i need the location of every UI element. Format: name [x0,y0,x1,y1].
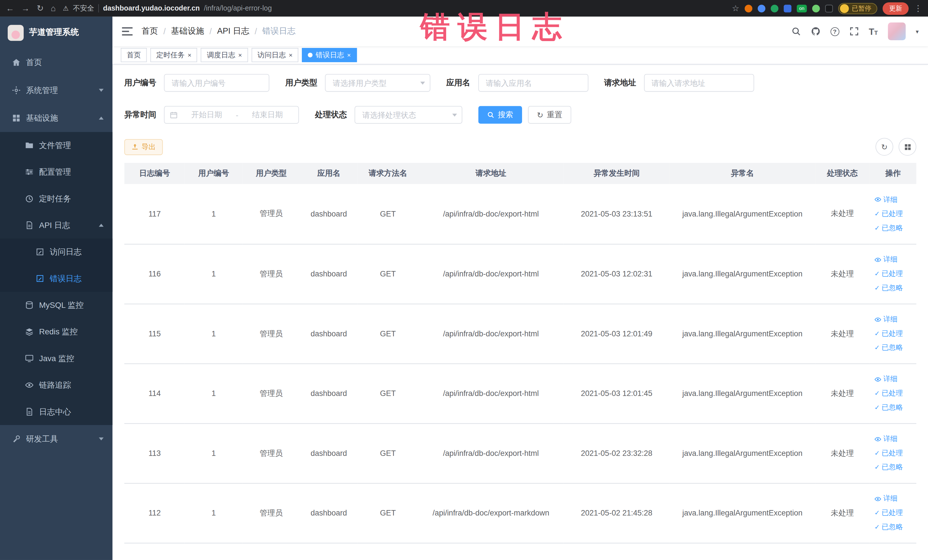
extension-icon-1[interactable] [745,5,752,12]
tab-scheduled-jobs[interactable]: 定时任务 × [150,48,197,62]
sidebar-item-redis-monitor[interactable]: Redis 监控 [0,318,112,345]
url-host[interactable]: dashboard.yudao.iocoder.cn [103,4,200,12]
forward-icon[interactable]: → [21,4,30,12]
github-icon[interactable] [811,26,820,36]
extension-icon-3[interactable] [771,5,778,12]
tab-access-log[interactable]: 访问日志 × [252,48,299,62]
security-label[interactable]: 不安全 [73,3,94,13]
calendar-icon [170,111,178,119]
sidebar-item-link-tracing[interactable]: 链路追踪 [0,372,112,398]
sidebar-item-dev-tools[interactable]: 研发工具 [0,425,112,453]
mark-processed-link[interactable]: ✓已处理 [875,388,903,398]
detail-link[interactable]: 详细 [875,195,897,204]
user-type-select[interactable] [325,74,430,92]
processed-link-label: 已处理 [882,269,903,279]
filter-user-type: 用户类型 [285,74,430,92]
column-settings-button[interactable] [899,138,916,156]
sidebar-item-scheduled-jobs[interactable]: 定时任务 [0,185,112,212]
filter-label: 应用名 [446,78,470,88]
extension-icon-2[interactable] [758,5,765,12]
close-icon[interactable]: × [347,52,351,58]
mark-ignored-link[interactable]: ✓已忽略 [875,462,903,472]
check-icon: ✓ [875,464,880,471]
tab-home[interactable]: 首页 [121,48,147,62]
detail-link[interactable]: 详细 [875,434,897,444]
sidebar-item-file-management[interactable]: 文件管理 [0,132,112,159]
process-status-select[interactable] [355,106,462,124]
reset-button[interactable]: ↻ 重置 [528,106,571,124]
avatar-caret-icon[interactable]: ▾ [916,28,919,35]
request-url-input[interactable] [644,74,754,92]
tab-label: 错误日志 [316,50,344,60]
tab-schedule-log[interactable]: 调度日志 × [201,48,248,62]
mark-processed-link[interactable]: ✓已处理 [875,329,903,339]
process-status-select-input[interactable] [355,106,462,124]
sidebar-item-config-management[interactable]: 配置管理 [0,159,112,185]
sidebar-item-mysql-monitor[interactable]: MySQL 监控 [0,292,112,318]
breadcrumb-item-home[interactable]: 首页 [142,26,158,37]
mark-processed-link[interactable]: ✓已处理 [875,209,903,219]
extension-icon-5[interactable] [812,5,820,12]
sidebar-item-home[interactable]: 首页 [0,49,112,76]
extension-pin-icon[interactable] [825,5,833,12]
mark-ignored-link[interactable]: ✓已忽略 [875,403,903,412]
reload-icon[interactable]: ↻ [37,4,44,12]
breadcrumb-item-infrastructure[interactable]: 基础设施 [171,26,204,37]
warning-icon: ⚠ [63,5,69,12]
tab-error-log[interactable]: 错误日志 × [302,48,357,62]
url-bar[interactable]: ⚠ 不安全 dashboard.yudao.iocoder.cn /infra/… [63,3,725,13]
close-icon[interactable]: × [289,52,292,58]
app-name-input[interactable] [478,74,588,92]
chrome-update-button[interactable]: 更新 [883,2,908,15]
extension-icon-on[interactable]: on [797,5,807,12]
refresh-table-button[interactable]: ↻ [876,138,893,156]
app-logo[interactable]: 芋道管理系统 [0,17,112,49]
date-range-picker[interactable]: 开始日期 - 结束日期 [164,106,299,124]
kebab-menu-icon[interactable]: ⋮ [914,4,922,12]
user-id-input[interactable] [164,74,269,92]
sidebar-item-access-log[interactable]: 访问日志 [0,238,112,265]
sidebar-item-label: MySQL 监控 [39,300,84,310]
sidebar-item-label: 定时任务 [39,193,71,204]
sidebar-item-api-log[interactable]: API 日志 [0,212,112,238]
search-icon[interactable] [791,26,801,36]
help-icon[interactable]: ? [830,27,839,36]
close-icon[interactable]: × [238,52,242,58]
browser-home-icon[interactable]: ⌂ [51,4,56,12]
sidebar-item-log-center[interactable]: 日志中心 [0,398,112,425]
mark-processed-link[interactable]: ✓已处理 [875,448,903,458]
detail-link[interactable]: 详细 [875,374,897,384]
user-avatar[interactable] [888,23,905,40]
sidebar-toggle-button[interactable] [122,26,132,36]
mark-ignored-link[interactable]: ✓已忽略 [875,343,903,352]
cell-exception-name: java.lang.IllegalArgumentException [670,483,815,543]
mark-processed-link[interactable]: ✓已处理 [875,269,903,279]
detail-link[interactable]: 详细 [875,314,897,324]
detail-link[interactable]: 详细 [875,494,897,504]
detail-link[interactable]: 详细 [875,255,897,264]
breadcrumb-item-api-log[interactable]: API 日志 [217,26,249,37]
mark-processed-link[interactable]: ✓已处理 [875,508,903,518]
url-path[interactable]: /infra/log/api-error-log [204,4,272,12]
font-size-icon[interactable]: TT [868,26,878,36]
export-button[interactable]: 导出 [124,139,163,155]
mark-ignored-link[interactable]: ✓已忽略 [875,223,903,233]
profile-sync-paused-badge[interactable]: 已暂停 [838,3,877,14]
mark-ignored-link[interactable]: ✓已忽略 [875,283,903,293]
sidebar-item-label: 错误日志 [50,273,82,284]
back-icon[interactable]: ← [6,4,14,12]
end-date-placeholder[interactable]: 结束日期 [242,110,293,120]
start-date-placeholder[interactable]: 开始日期 [181,110,232,120]
sidebar-item-infrastructure[interactable]: 基础设施 [0,104,112,132]
fullscreen-icon[interactable] [849,26,859,36]
extension-icon-4[interactable] [784,5,791,12]
sidebar-item-java-monitor[interactable]: Java 监控 [0,345,112,372]
check-icon: ✓ [875,330,880,337]
user-type-select-input[interactable] [325,74,430,92]
close-icon[interactable]: × [188,52,191,58]
bookmark-star-icon[interactable]: ☆ [732,4,739,12]
sidebar-item-error-log[interactable]: 错误日志 [0,265,112,292]
mark-ignored-link[interactable]: ✓已忽略 [875,522,903,532]
search-button[interactable]: 搜索 [478,106,522,124]
sidebar-item-system[interactable]: 系统管理 [0,76,112,104]
